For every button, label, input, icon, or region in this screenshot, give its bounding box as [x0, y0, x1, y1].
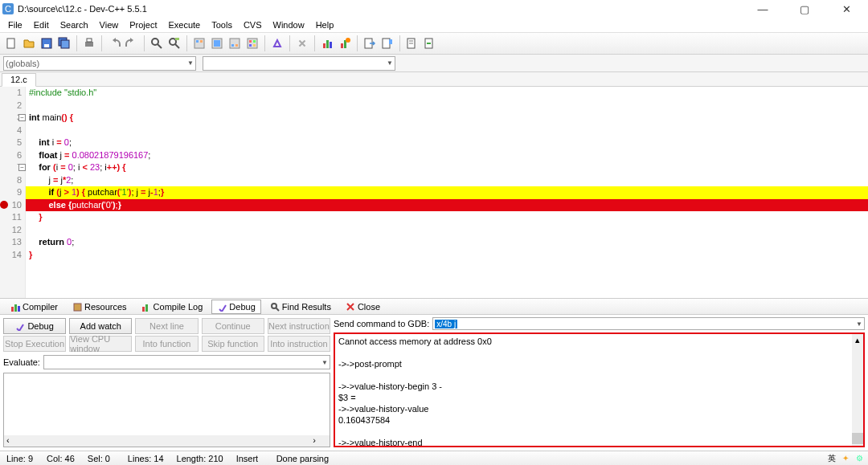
svg-rect-34 [383, 39, 390, 48]
svg-rect-13 [175, 38, 179, 40]
menu-tools[interactable]: Tools [207, 19, 237, 31]
status-line: Line: 9 [0, 454, 40, 463]
run-icon[interactable] [209, 35, 225, 51]
code-line[interactable] [26, 124, 868, 137]
maximize-button[interactable]: ▢ [791, 3, 818, 15]
menu-view[interactable]: View [95, 19, 124, 31]
code-line[interactable]: else {putchar('0');} [26, 199, 868, 212]
evaluate-output[interactable]: ‹› [3, 373, 330, 447]
code-line[interactable]: if (j > 1) { putchar('1'); j = j-1;} [26, 186, 868, 199]
menu-cvs[interactable]: CVS [239, 19, 267, 31]
menu-project[interactable]: Project [125, 19, 162, 31]
code-line[interactable]: float j = 0.08021879196167; [26, 149, 868, 162]
svg-rect-42 [18, 306, 20, 312]
bottom-tab-compilelog[interactable]: Compile Log [136, 300, 209, 314]
svg-rect-6 [61, 40, 69, 48]
fold-icon[interactable]: − [18, 164, 26, 171]
saveall-icon[interactable] [56, 35, 72, 51]
goto-icon[interactable] [362, 35, 378, 51]
close-button[interactable]: ✕ [833, 3, 860, 15]
editor-tab[interactable]: 12.c [2, 73, 36, 87]
svg-rect-4 [44, 44, 49, 47]
menu-execute[interactable]: Execute [163, 19, 205, 31]
status-length: Length: 210 [170, 454, 230, 463]
gdb-command-input[interactable]: x/4b j▼ [432, 317, 865, 330]
console-line [338, 369, 860, 381]
new-file-icon[interactable] [3, 35, 19, 51]
profile-icon[interactable] [319, 35, 335, 51]
fold-icon[interactable]: − [18, 114, 26, 121]
svg-rect-28 [326, 40, 329, 48]
insert-icon[interactable] [404, 35, 420, 51]
code-line[interactable]: } [26, 211, 868, 224]
menu-window[interactable]: Window [268, 19, 309, 31]
replace-icon[interactable] [166, 35, 182, 51]
svg-rect-27 [323, 43, 326, 48]
gdb-console[interactable]: Cannot access memory at address 0x0 ->->… [334, 332, 865, 447]
bottom-tab-debug[interactable]: Debug [211, 300, 260, 314]
open-file-icon[interactable] [21, 35, 37, 51]
compile-run-icon[interactable] [227, 35, 243, 51]
status-col: Col: 46 [40, 454, 81, 463]
svg-rect-30 [341, 43, 343, 48]
class-browser-bar: (globals)▼ ▼ [0, 55, 868, 72]
svg-rect-38 [409, 43, 413, 44]
tray-icon[interactable]: 英 [826, 453, 837, 464]
code-line[interactable]: #include "stdio.h" [26, 87, 868, 100]
print-icon[interactable] [81, 35, 97, 51]
bookmark-icon[interactable] [379, 35, 395, 51]
code-line[interactable] [26, 100, 868, 112]
menu-search[interactable]: Search [55, 19, 93, 31]
redo-icon[interactable] [124, 35, 140, 51]
stop-icon[interactable] [294, 35, 310, 51]
compile-icon[interactable] [191, 35, 207, 51]
debug-btn-add-watch[interactable]: Add watch [69, 318, 132, 334]
code-line[interactable]: int main() { [26, 112, 868, 124]
code-line[interactable] [26, 224, 868, 237]
statusbar: Line: 9 Col: 46 Sel: 0 Lines: 14 Length:… [0, 451, 868, 465]
profile2-icon[interactable] [337, 35, 353, 51]
undo-icon[interactable] [106, 35, 122, 51]
scrollbar-horizontal[interactable]: ‹› [4, 435, 318, 447]
comment-icon[interactable] [422, 35, 438, 51]
members-combo[interactable]: ▼ [203, 56, 395, 71]
svg-rect-18 [214, 40, 220, 47]
svg-rect-41 [14, 304, 17, 312]
svg-rect-14 [194, 39, 204, 48]
console-line [338, 426, 860, 437]
debug-icon[interactable] [269, 35, 285, 51]
code-line[interactable]: int i = 0; [26, 137, 868, 149]
svg-point-11 [170, 39, 176, 45]
titlebar: C D:\source\c\12.c - Dev-C++ 5.5.1 — ▢ ✕ [0, 0, 868, 18]
svg-line-12 [175, 44, 179, 48]
bottom-tab-resources[interactable]: Resources [67, 300, 133, 314]
code-editor[interactable]: 123−4567−891011121314 #include "stdio.h"… [0, 87, 868, 298]
scrollbar-vertical[interactable]: ▴ [852, 334, 863, 446]
breakpoint-icon[interactable] [0, 201, 8, 209]
code-line[interactable]: return 0; [26, 236, 868, 249]
menu-file[interactable]: File [3, 19, 27, 31]
find-icon[interactable] [149, 35, 165, 51]
svg-rect-19 [230, 39, 240, 48]
debug-btn-debug[interactable]: Debug [3, 318, 66, 334]
save-icon[interactable] [39, 35, 55, 51]
debug-btn-stop-execution: Stop Execution [3, 336, 66, 352]
tray-icon[interactable]: ⚙ [854, 453, 865, 464]
evaluate-combo[interactable]: ▼ [43, 355, 330, 369]
code-line[interactable]: } [26, 249, 868, 262]
code-line[interactable]: for (i = 0; i < 23; i++) { [26, 161, 868, 174]
bottom-tab-findresults[interactable]: Find Results [264, 300, 337, 314]
svg-rect-40 [11, 307, 14, 312]
minimize-button[interactable]: — [749, 3, 776, 15]
console-line: ->->value-history-value [338, 403, 860, 414]
menu-edit[interactable]: Edit [29, 19, 54, 31]
globals-combo[interactable]: (globals)▼ [3, 56, 196, 71]
debug-btn-into-instruction: Into instruction [268, 336, 330, 352]
menu-help[interactable]: Help [311, 19, 339, 31]
tray-icon[interactable]: ✦ [840, 453, 851, 464]
svg-rect-37 [409, 40, 413, 42]
bottom-tab-close[interactable]: Close [340, 300, 386, 314]
bottom-tab-compiler[interactable]: Compiler [5, 300, 63, 314]
rebuild-icon[interactable] [244, 35, 260, 51]
code-line[interactable]: j = j*2; [26, 174, 868, 187]
